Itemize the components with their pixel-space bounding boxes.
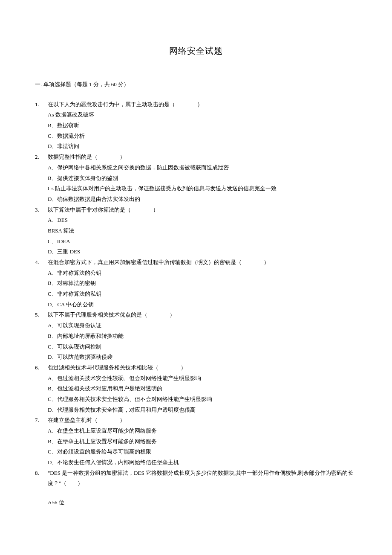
question-body: 在以下人为的恶意攻击行为中，属于主动攻击的是（ ）As 数据篡改及破坏B、数据窃… (48, 99, 357, 152)
question-option: D、非法访问 (48, 141, 357, 152)
question-option: C、代理服务相关技术安全性较高、但不会对网络性能产生明显影响 (48, 394, 357, 405)
question-stem: 在建立堡垒主机时（ ） (48, 415, 357, 426)
question: 2.数据完整性指的是（ ）A、保护网络中各相关系统之间交换的数据，防止因数据被截… (35, 152, 357, 204)
question-number: 3. (35, 205, 48, 257)
page-title: 网络安全试题 (35, 43, 357, 59)
question-option: A、包过滤相关技术安全性较弱、但会对网络性能产生明显影响 (48, 373, 357, 384)
question-body: 在建立堡垒主机时（ ）A、在堡垒主机上应设置尽可能少的网络服务B、在堡垒主机上应… (48, 415, 357, 468)
question-body: 在混合加密方式下，真正用来加解密通信过程中所传输数据（明文）的密钥是（ ）A、非… (48, 257, 357, 310)
question-option: D、三重 DES (48, 247, 357, 257)
question: 4.在混合加密方式下，真正用来加解密通信过程中所传输数据（明文）的密钥是（ ）A… (35, 257, 357, 310)
question-option: C、对必须设置的服务给与尽可能高的权限 (48, 447, 357, 457)
question-option: A、可以实现身份认证 (48, 320, 357, 331)
question-stem: 以下算法中属于非对称算法的是（ ） (48, 205, 357, 215)
section-header: 一. 单项选择题（每题 1 分，共 60 分） (35, 79, 357, 90)
question-number: 5. (35, 310, 48, 362)
question-body: "DES 是一种数据分组的加密算法，DES 它将数据分成长度为多少位的数据块,其… (48, 468, 357, 508)
question-option: C、可以实现访问控制 (48, 342, 357, 352)
question-option: A、非对称算法的公钥 (48, 268, 357, 279)
question-option: D、不论发生任何入侵情况，内部网始终信任堡垒主机 (48, 457, 357, 468)
question-stem: "DES 是一种数据分组的加密算法，DES 它将数据分成长度为多少位的数据块,其… (48, 468, 357, 489)
question-number: 8. (35, 468, 48, 508)
spacer (48, 489, 357, 497)
question-stem: 以下不属于代理服务相关技术优点的是（ ） (48, 310, 357, 320)
question-option: BRSA 算法 (48, 226, 357, 236)
question-stem: 在以下人为的恶意攻击行为中，属于主动攻击的是（ ） (48, 99, 357, 110)
question: 7.在建立堡垒主机时（ ）A、在堡垒主机上应设置尽可能少的网络服务B、在堡垒主机… (35, 415, 357, 468)
question-option: D、可以防范数据驱动侵袭 (48, 352, 357, 363)
question-option: B、在堡垒主机上应设置尽可能多的网络服务 (48, 436, 357, 447)
question-stem: 在混合加密方式下，真正用来加解密通信过程中所传输数据（明文）的密钥是（ ） (48, 257, 357, 268)
question-option: B、提供连接实体身份的鉴别 (48, 173, 357, 184)
question-option: A、保护网络中各相关系统之间交换的数据，防止因数据被截获而造成泄密 (48, 163, 357, 173)
question-number: 4. (35, 257, 48, 310)
question-option: C、IDEA (48, 236, 357, 247)
question-body: 数据完整性指的是（ ）A、保护网络中各相关系统之间交换的数据，防止因数据被截获而… (48, 152, 357, 204)
question-stem: 数据完整性指的是（ ） (48, 152, 357, 163)
question-option: B、对称算法的密钥 (48, 278, 357, 289)
question: 8."DES 是一种数据分组的加密算法，DES 它将数据分成长度为多少位的数据块… (35, 468, 357, 508)
question-option: C、数据流分析 (48, 131, 357, 142)
question-option: A56 位 (48, 497, 357, 508)
question-stem: 包过滤相关技术与代理服务相关技术相比较（ ） (48, 363, 357, 373)
question-option: Cs 防止非法实体对用户的主动攻击，保证数据接受方收到的信息与发送方发送的信息完… (48, 183, 357, 194)
question-option: B、数据窃听 (48, 120, 357, 131)
question-option: A、DES (48, 215, 357, 226)
question-number: 2. (35, 152, 48, 204)
question-option: B、包过滤相关技术对应用和用户是绝对透明的 (48, 384, 357, 394)
question-option: C、非对称算法的私钥 (48, 289, 357, 299)
question: 6.包过滤相关技术与代理服务相关技术相比较（ ）A、包过滤相关技术安全性较弱、但… (35, 363, 357, 415)
question-number: 6. (35, 363, 48, 415)
question-option: D、CA 中心的公钥 (48, 299, 357, 310)
question-option: D、确保数据数据是由合法实体发出的 (48, 194, 357, 205)
question: 5.以下不属于代理服务相关技术优点的是（ ）A、可以实现身份认证B、内部地址的屏… (35, 310, 357, 362)
question: 3.以下算法中属于非对称算法的是（ ）A、DESBRSA 算法C、IDEAD、三… (35, 205, 357, 257)
question-number: 7. (35, 415, 48, 468)
question-number: 1. (35, 99, 48, 152)
question-option: A、在堡垒主机上应设置尽可能少的网络服务 (48, 426, 357, 436)
question-option: As 数据篡改及破坏 (48, 110, 357, 120)
question-body: 以下算法中属于非对称算法的是（ ）A、DESBRSA 算法C、IDEAD、三重 … (48, 205, 357, 257)
question-option: B、内部地址的屏蔽和转换功能 (48, 331, 357, 342)
question-body: 以下不属于代理服务相关技术优点的是（ ）A、可以实现身份认证B、内部地址的屏蔽和… (48, 310, 357, 362)
question-option: D、代理服务相关技术安全性高，对应用和用户透明度也很高 (48, 405, 357, 416)
question: 1.在以下人为的恶意攻击行为中，属于主动攻击的是（ ）As 数据篡改及破坏B、数… (35, 99, 357, 152)
question-list: 1.在以下人为的恶意攻击行为中，属于主动攻击的是（ ）As 数据篡改及破坏B、数… (35, 99, 357, 508)
question-body: 包过滤相关技术与代理服务相关技术相比较（ ）A、包过滤相关技术安全性较弱、但会对… (48, 363, 357, 415)
